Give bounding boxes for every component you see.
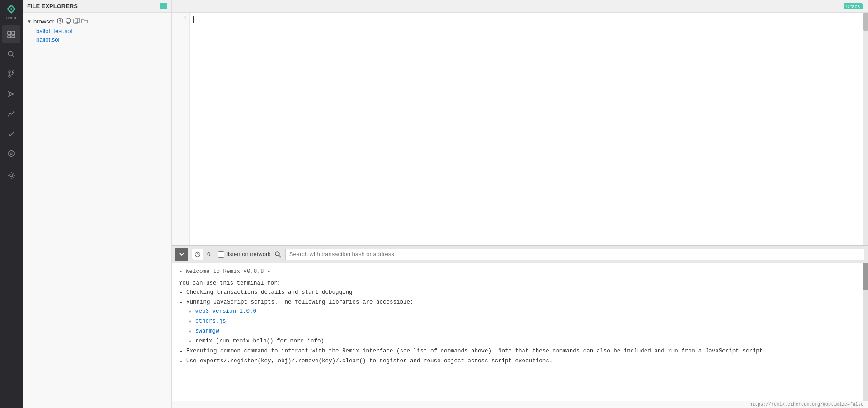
deploy-icon [7,90,15,98]
nav-icons [0,25,23,189]
listen-on-network-text: listen on network [226,251,271,258]
file-ballot-test[interactable]: ballot_test.sol [23,27,171,35]
svg-point-11 [9,75,10,77]
settings-button[interactable] [2,166,20,184]
open-folder-icon [81,18,88,24]
svg-line-23 [198,254,199,255]
terminal-inner: - Welcome to Remix v0.8.8 - You can use … [172,263,868,401]
svg-point-14 [10,174,13,177]
clock-icon [194,251,201,258]
svg-rect-4 [12,31,15,35]
sidebar-item-deploy[interactable] [2,85,20,103]
main-area: 0 tabs 1 [172,0,868,408]
svg-point-13 [10,153,12,155]
terminal-expand-button[interactable] [175,248,188,261]
file-tree: ▼ browser [23,13,171,47]
svg-point-24 [275,252,279,256]
file-explorer-icon [7,30,16,39]
terminal-search-icon[interactable] [274,251,282,258]
svg-point-18 [66,18,71,23]
remix-logo-icon [6,4,17,14]
svg-point-9 [9,71,10,73]
logo-text: remix [6,15,16,20]
editor-content[interactable] [190,13,863,245]
tabs-count-badge: 0 tabs [844,3,863,9]
sidebar-item-file-explorer[interactable] [2,25,20,43]
web3-link[interactable]: web3 version 1.0.0 [195,308,256,314]
verify-icon [7,130,15,138]
folder-caret: ▼ [27,19,32,24]
editor-scrollbar[interactable] [863,13,868,245]
svg-marker-12 [9,92,14,96]
analytics-icon [7,110,15,118]
svg-point-7 [9,52,13,56]
terminal-info: You can use this terminal for: Checking … [179,279,856,366]
terminal-list-item-1: Checking transactions details and start … [186,288,856,297]
sidebar-item-analytics[interactable] [2,105,20,123]
tabs-bar: 0 tabs [172,0,868,13]
terminal-list-item-3: Executing common command to interact wit… [186,347,856,356]
terminal-scrollbar[interactable] [863,263,868,401]
file-panel: FILE EXPLORERS ▼ browser [23,0,172,408]
copy-icon[interactable] [73,18,80,25]
add-file-icon [57,18,63,24]
search-icon [7,50,15,58]
file-name-ballot-test: ballot_test.sol [36,28,72,34]
terminal-welcome: - Welcome to Remix v0.8.8 - [179,267,856,276]
listen-on-network-label[interactable]: listen on network [218,251,271,258]
terminal-search-input[interactable] [285,249,864,260]
editor: 1 [172,13,868,245]
file-panel-header: FILE EXPLORERS [23,0,171,13]
svg-rect-6 [12,36,15,38]
terminal-sub-item-swarm: swarmgw [195,327,856,336]
github-icon[interactable] [65,18,71,25]
folder-actions [57,18,88,25]
copy-icon [73,18,80,24]
file-name-ballot: ballot.sol [36,36,59,43]
new-file-icon[interactable] [57,18,63,25]
terminal-sub-item-remix: remix (run remix.help() for more info) [195,337,856,346]
browser-folder[interactable]: ▼ browser [23,16,171,27]
terminal-section: 0 listen on network - Welcome to Remix v… [172,245,868,408]
svg-rect-5 [8,36,11,38]
terminal-use-text: You can use this terminal for: [179,280,281,286]
chevron-down-icon [179,252,184,257]
sidebar-item-plugin[interactable] [2,145,20,163]
sidebar: remix [0,0,23,408]
terminal-sub-list: web3 version 1.0.0 ethers.js swarmgw rem… [195,307,856,346]
sidebar-item-search[interactable] [2,45,20,63]
terminal-sub-item-ethers: ethers.js [195,317,856,326]
listen-on-network-checkbox[interactable] [218,251,224,258]
svg-line-25 [279,255,281,257]
terminal-output: - Welcome to Remix v0.8.8 - You can use … [172,263,863,401]
logo: remix [3,4,19,20]
editor-scrollbar-thumb [863,13,868,31]
file-ballot[interactable]: ballot.sol [23,35,171,44]
history-button[interactable] [192,249,203,260]
terminal-divider [214,249,214,259]
github-icon [65,18,71,24]
svg-rect-3 [8,31,11,35]
terminal-list-item-4: Use exports/.register(key, obj)/.remove(… [186,356,856,366]
settings-icon [7,171,15,179]
terminal-scrollbar-thumb [863,263,868,290]
sidebar-item-git[interactable] [2,65,20,83]
transaction-count: 0 [207,251,210,258]
green-badge [160,3,167,9]
terminal-sub-item-web3: web3 version 1.0.0 [195,307,856,316]
line-numbers: 1 [172,13,190,245]
svg-line-8 [13,56,15,58]
browser-folder-label: browser [33,18,54,25]
plugin-icon [7,150,15,158]
ethers-link[interactable]: ethers.js [195,318,226,324]
editor-cursor [193,16,194,23]
sidebar-item-verify[interactable] [2,125,20,143]
line-number-1: 1 [172,15,187,22]
terminal-bar: 0 listen on network [172,245,868,263]
git-icon [7,70,15,78]
svg-point-10 [12,71,14,73]
swarm-link[interactable]: swarmgw [195,328,219,334]
folder-icon[interactable] [81,18,88,25]
terminal-list: Checking transactions details and start … [186,288,856,366]
terminal-list-item-2: Running JavaScript scripts. The followin… [186,298,856,346]
